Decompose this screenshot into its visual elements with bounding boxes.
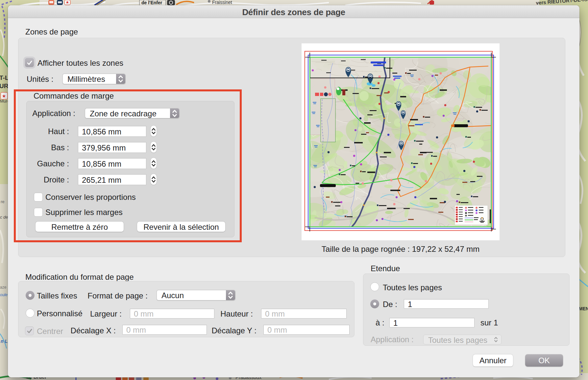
svg-text:aze: aze [0, 285, 7, 290]
svg-text:re: re [1, 199, 5, 204]
svg-text:MEN: MEN [579, 306, 588, 311]
svg-text:oule: oule [0, 293, 8, 297]
svg-text:c de: c de [0, 215, 8, 220]
svg-text:★: ★ [2, 93, 6, 99]
svg-text:de l'Enfer: de l'Enfer [141, 0, 162, 5]
svg-text:UR: UR [0, 83, 9, 89]
svg-text:Fraissinet: Fraissinet [212, 0, 232, 5]
svg-text:T-L: T-L [0, 74, 9, 81]
svg-text:★: ★ [66, 0, 69, 5]
